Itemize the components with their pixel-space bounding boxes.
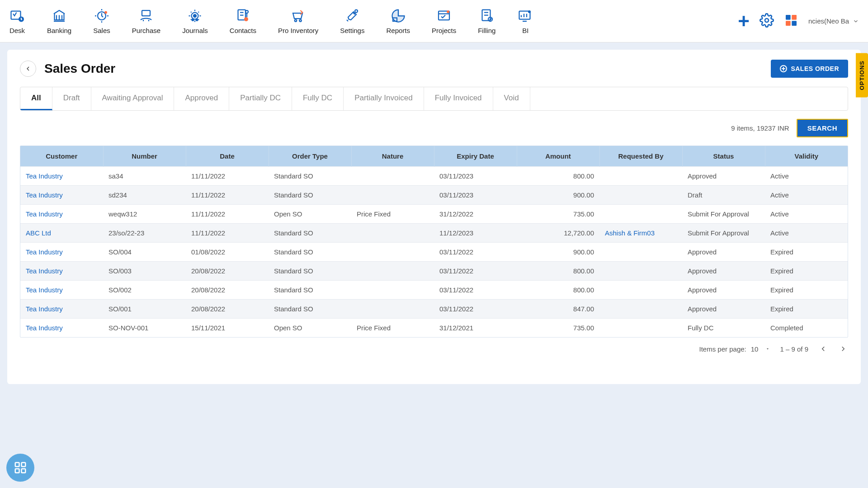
nav-icon <box>138 8 154 24</box>
nav-label: Desk <box>9 27 25 34</box>
cell-amount: 800.00 <box>517 281 599 300</box>
nav-item-journals[interactable]: Journals <box>182 8 208 34</box>
cell-requested-by <box>599 167 682 186</box>
col-header[interactable]: Date <box>186 146 269 167</box>
nav-item-banking[interactable]: Banking <box>47 8 71 34</box>
tab-void[interactable]: Void <box>493 87 530 110</box>
tab-approved[interactable]: Approved <box>174 87 229 110</box>
cell-number: 23/so/22-23 <box>103 224 186 243</box>
nav-item-desk[interactable]: Desk <box>9 8 25 34</box>
nav-label: Settings <box>340 27 364 34</box>
page-title: Sales Order <box>44 61 115 76</box>
cell-nature: Price Fixed <box>351 319 434 338</box>
cell-number: SO/002 <box>103 281 186 300</box>
cell-validity: Active <box>765 167 848 186</box>
back-button[interactable] <box>20 61 36 77</box>
cell-status: Approved <box>682 300 765 319</box>
svg-point-17 <box>447 10 449 13</box>
col-header[interactable]: Amount <box>517 146 599 167</box>
new-sales-order-button[interactable]: SALES ORDER <box>771 60 848 78</box>
col-header[interactable]: Customer <box>20 146 103 167</box>
calculator-icon[interactable] <box>784 13 798 29</box>
tab-awaiting-approval[interactable]: Awaiting Approval <box>91 87 175 110</box>
tab-draft[interactable]: Draft <box>52 87 91 110</box>
cell-requested-by[interactable]: Ashish & Firm03 <box>599 224 682 243</box>
items-per-page[interactable]: Items per page: 10 <box>699 345 770 353</box>
sales-order-table: CustomerNumberDateOrder TypeNatureExpiry… <box>20 146 848 337</box>
cell-date: 01/08/2022 <box>186 243 269 262</box>
cell-expiry: 03/11/2022 <box>434 243 517 262</box>
items-count: 9 items, 19237 INR <box>731 124 789 132</box>
prev-page-button[interactable] <box>818 344 828 354</box>
col-header[interactable]: Expiry Date <box>434 146 517 167</box>
cell-customer[interactable]: Tea Industry <box>20 186 103 205</box>
svg-rect-25 <box>786 21 791 26</box>
table-row: Tea IndustrySO-NOV-00115/11/2021Open SOP… <box>20 319 848 338</box>
tab-partially-invoiced[interactable]: Partially Invoiced <box>344 87 424 110</box>
nav-label: Banking <box>47 27 71 34</box>
cell-nature <box>351 167 434 186</box>
cell-customer[interactable]: Tea Industry <box>20 319 103 338</box>
cell-order-type: Standard SO <box>269 186 351 205</box>
tab-all[interactable]: All <box>20 87 52 110</box>
col-header[interactable]: Number <box>103 146 186 167</box>
cell-requested-by <box>599 205 682 224</box>
svg-rect-28 <box>22 463 26 467</box>
cell-customer[interactable]: Tea Industry <box>20 167 103 186</box>
svg-rect-23 <box>786 15 791 20</box>
cell-order-type: Open SO <box>269 319 351 338</box>
page-range: 1 – 9 of 9 <box>780 345 808 353</box>
next-page-button[interactable] <box>838 344 848 354</box>
tab-fully-dc[interactable]: Fully DC <box>292 87 344 110</box>
cell-amount: 900.00 <box>517 186 599 205</box>
nav-icon <box>9 8 25 24</box>
cell-number: sd234 <box>103 186 186 205</box>
cell-status: Fully DC <box>682 319 765 338</box>
cell-requested-by <box>599 262 682 281</box>
svg-point-21 <box>528 10 531 13</box>
org-dropdown[interactable]: ncies(Neo Ba <box>808 17 859 25</box>
nav-item-purchase[interactable]: Purchase <box>132 8 160 34</box>
svg-rect-26 <box>792 21 797 26</box>
cell-expiry: 03/11/2023 <box>434 186 517 205</box>
nav-icon <box>187 8 203 24</box>
options-side-tab[interactable]: OPTIONS <box>856 53 868 98</box>
cell-customer[interactable]: ABC Ltd <box>20 224 103 243</box>
col-header[interactable]: Status <box>682 146 765 167</box>
nav-label: Journals <box>182 27 208 34</box>
cell-customer[interactable]: Tea Industry <box>20 281 103 300</box>
col-header[interactable]: Nature <box>351 146 434 167</box>
cell-date: 15/11/2021 <box>186 319 269 338</box>
search-button[interactable]: SEARCH <box>797 119 848 137</box>
tab-fully-invoiced[interactable]: Fully Invoiced <box>424 87 493 110</box>
nav-icon <box>390 8 406 24</box>
col-header[interactable]: Requested By <box>599 146 682 167</box>
cell-date: 11/11/2022 <box>186 205 269 224</box>
cell-expiry: 31/12/2021 <box>434 319 517 338</box>
cell-order-type: Standard SO <box>269 262 351 281</box>
cell-customer[interactable]: Tea Industry <box>20 300 103 319</box>
cell-customer[interactable]: Tea Industry <box>20 262 103 281</box>
nav-item-sales[interactable]: Sales <box>93 8 110 34</box>
col-header[interactable]: Order Type <box>269 146 351 167</box>
nav-item-bi[interactable]: BI <box>517 8 533 34</box>
tab-partially-dc[interactable]: Partially DC <box>229 87 292 110</box>
nav-item-contacts[interactable]: Contacts <box>230 8 256 34</box>
top-nav-right: + ncies(Neo Ba <box>738 11 859 31</box>
new-global-icon[interactable]: + <box>738 11 750 31</box>
cell-date: 20/08/2022 <box>186 262 269 281</box>
cell-requested-by <box>599 243 682 262</box>
table-row: Tea Industrysa3411/11/2022Standard SO03/… <box>20 167 848 186</box>
cell-order-type: Standard SO <box>269 300 351 319</box>
settings-icon[interactable] <box>760 13 774 29</box>
app-grid-button[interactable] <box>6 454 34 482</box>
nav-item-settings[interactable]: Settings <box>340 8 364 34</box>
nav-item-pro-inventory[interactable]: Pro Inventory <box>278 8 318 34</box>
nav-item-projects[interactable]: Projects <box>432 8 456 34</box>
nav-item-filling[interactable]: Filling <box>478 8 495 34</box>
col-header[interactable]: Validity <box>765 146 848 167</box>
cell-customer[interactable]: Tea Industry <box>20 205 103 224</box>
cell-customer[interactable]: Tea Industry <box>20 243 103 262</box>
cell-status: Approved <box>682 243 765 262</box>
nav-item-reports[interactable]: Reports <box>386 8 410 34</box>
